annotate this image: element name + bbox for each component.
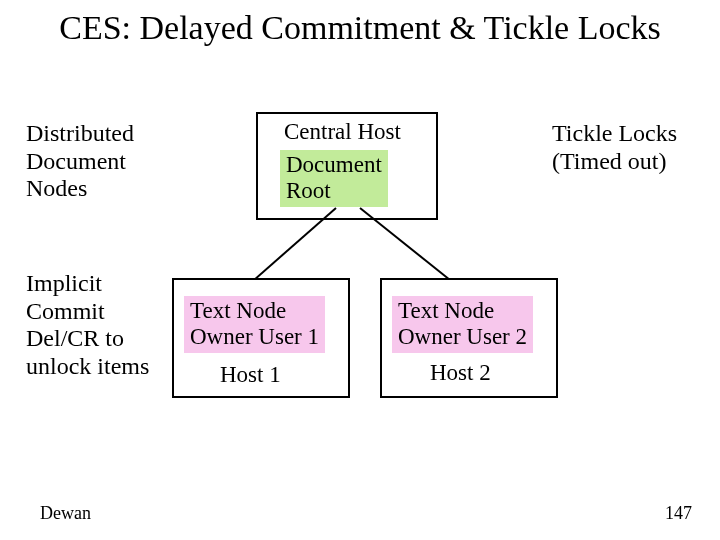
host1-label: Host 1 — [220, 362, 281, 388]
central-host-label: Central Host — [284, 119, 401, 145]
host2-label: Host 2 — [430, 360, 491, 386]
text-node-owner-user2: Text Node Owner User 2 — [392, 296, 533, 353]
slide-title: CES: Delayed Commitment & Tickle Locks — [0, 0, 720, 47]
footer-page-number: 147 — [665, 503, 692, 524]
label-distributed-document-nodes: Distributed Document Nodes — [26, 120, 134, 203]
text-node-owner-user1: Text Node Owner User 1 — [184, 296, 325, 353]
footer-author: Dewan — [40, 503, 91, 524]
label-implicit-commit: Implicit Commit Del/CR to unlock items — [26, 270, 149, 380]
label-tickle-locks: Tickle Locks (Timed out) — [552, 120, 677, 175]
document-root-node: Document Root — [280, 150, 388, 207]
